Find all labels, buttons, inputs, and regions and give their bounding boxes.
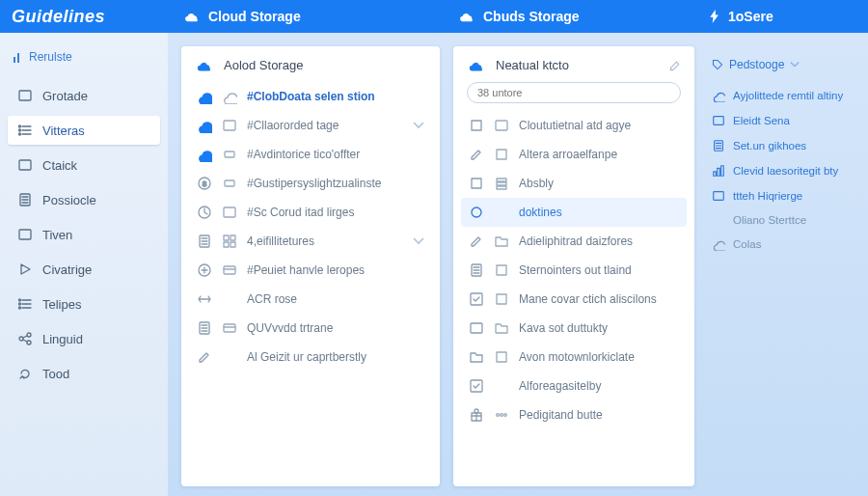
- sidebar-item-2[interactable]: Ctaick: [8, 151, 160, 179]
- list-icon: [17, 296, 33, 312]
- row-label: Avon motownlorkiclate: [519, 350, 679, 364]
- topbar-section-2-label: Cbuds Storage: [483, 9, 580, 24]
- sidebar-item-label: Telipes: [42, 297, 81, 312]
- doc-icon: [197, 320, 212, 336]
- tag-icon: [222, 176, 237, 191]
- stack-icon: [494, 176, 509, 191]
- square-icon: [494, 262, 509, 278]
- sidebar-item-label: Grotade: [42, 89, 88, 103]
- right-link-4[interactable]: ttteh Hiqrierge: [708, 183, 851, 208]
- check-icon: [469, 378, 484, 394]
- row-label: Alforeagasitelby: [519, 379, 679, 393]
- panel-a-row-3[interactable]: #Gustipersyslightzualinste: [195, 169, 426, 198]
- top-bar: Guidelines Cloud Storage Cbuds Storage 1…: [0, 0, 868, 33]
- left-nav-top-link[interactable]: Rerulste: [8, 46, 160, 81]
- panel-a-row-9[interactable]: Al Geizit ur caprtberstly: [195, 343, 426, 372]
- sidebar-item-label: Civatrige: [42, 262, 92, 277]
- loop-icon: [17, 366, 33, 381]
- right-link-label: Eleidt Sena: [733, 115, 790, 126]
- panel-b-row-7[interactable]: Kava sot duttukty: [467, 314, 681, 343]
- topbar-section-3[interactable]: 1oSere: [709, 9, 868, 24]
- right-link-2[interactable]: Set.un gikhoes: [708, 133, 851, 158]
- square-icon: [494, 291, 509, 307]
- sidebar-item-label: Possiocle: [42, 193, 96, 207]
- row-label: Altera arroaelfanpe: [519, 148, 679, 161]
- edit-icon: [197, 349, 212, 365]
- gift-icon: [469, 407, 484, 423]
- cloud-icon: [183, 10, 201, 23]
- dollar-icon: [197, 176, 212, 191]
- right-link-3[interactable]: Clevid laesoritegit bty: [708, 158, 851, 183]
- row-label: Mane covar ctich aliscilons: [519, 292, 679, 306]
- panel-b-row-2[interactable]: Absbly: [467, 169, 681, 198]
- panel-a-header: Aolod Storage: [195, 58, 426, 72]
- row-label: #Peuiet hanvle leropes: [247, 263, 424, 277]
- panel-b-row-0[interactable]: Cloututietnal atd agye: [467, 111, 681, 140]
- panel-b-row-8[interactable]: Avon motownlorkiclate: [467, 343, 681, 372]
- bolt-icon: [709, 10, 720, 23]
- panel-b-header: Neatual ktcto: [467, 58, 681, 72]
- topbar-section-3-label: 1oSere: [728, 9, 773, 24]
- panel-b-row-4[interactable]: Adieliphitrad daizfores: [467, 227, 681, 256]
- panel-a-row-1[interactable]: #Cllaororded tage: [195, 111, 426, 140]
- edit-icon[interactable]: [669, 60, 681, 71]
- panel-a-row-5[interactable]: 4,eifillitetures: [195, 227, 426, 256]
- right-link-label: Ayjolittede remtil altiny: [733, 90, 843, 101]
- panel-b-row-6[interactable]: Mane covar ctich aliscilons: [467, 285, 681, 314]
- sidebar-item-3[interactable]: Possiocle: [8, 185, 160, 214]
- panel-storage-b: Neatual ktcto Cloututietnal atd agyeAlte…: [453, 46, 694, 486]
- sidebar-item-5[interactable]: Civatrige: [8, 255, 160, 284]
- card-icon: [222, 262, 237, 278]
- doc-icon: [197, 234, 212, 249]
- play-icon: [17, 262, 33, 277]
- right-link-label: Oliano Sterttce: [733, 214, 806, 226]
- square-icon: [494, 349, 509, 365]
- panel-a-row-0[interactable]: #ClobDoata selen stion: [195, 82, 426, 111]
- sidebar-item-1[interactable]: Vitteras: [8, 116, 160, 145]
- row-label: Adieliphitrad daizfores: [519, 234, 679, 248]
- right-link-label: Set.un gikhoes: [733, 140, 806, 152]
- sidebar-item-4[interactable]: Tiven: [8, 220, 160, 249]
- right-link-6[interactable]: Colas: [708, 232, 851, 257]
- edit-icon: [469, 147, 484, 162]
- panel-a-row-6[interactable]: #Peuiet hanvle leropes: [195, 256, 426, 285]
- panel-b-row-9[interactable]: Alforeagasitelby: [467, 372, 681, 400]
- search-input[interactable]: [467, 82, 681, 103]
- right-link-0[interactable]: Ayjolittede remtil altiny: [708, 83, 851, 108]
- cloud-icon: [197, 89, 212, 104]
- panel-b-row-1[interactable]: Altera arroaelfanpe: [467, 140, 681, 169]
- row-label: #Gustipersyslightzualinste: [247, 177, 424, 190]
- tag-icon: [712, 59, 723, 70]
- sidebar-item-7[interactable]: Linguid: [8, 324, 160, 353]
- sidebar-item-0[interactable]: Grotade: [8, 81, 160, 110]
- row-label: Al Geizit ur caprtberstly: [247, 350, 424, 364]
- right-column-header[interactable]: Pedstooge: [708, 56, 851, 83]
- right-link-1[interactable]: Eleidt Sena: [708, 108, 851, 133]
- folder-icon: [494, 320, 509, 336]
- right-link-5[interactable]: Oliano Sterttce: [708, 208, 851, 232]
- panel-b-row-10[interactable]: Pedigitand butte: [467, 400, 681, 429]
- panel-a-row-7[interactable]: ACR rose: [195, 285, 426, 314]
- box-icon: [222, 118, 237, 133]
- cloud-icon: [467, 59, 486, 72]
- sidebar-item-8[interactable]: Tood: [8, 359, 160, 388]
- sidebar-item-6[interactable]: Telipes: [8, 289, 160, 318]
- topbar-section-1[interactable]: Cloud Storage: [183, 9, 458, 24]
- cloud-icon: [712, 89, 725, 102]
- panel-a-row-4[interactable]: #Sc Corud itad lirges: [195, 198, 426, 227]
- row-label: ACR rose: [247, 292, 424, 306]
- folder-icon: [494, 234, 509, 249]
- panel-a-title: Aolod Storage: [224, 58, 303, 72]
- doc-icon: [712, 139, 725, 152]
- panel-b-row-3[interactable]: doktines: [461, 198, 687, 227]
- right-link-label: Clevid laesoritegit bty: [733, 165, 838, 177]
- sidebar-item-label: Ctaick: [42, 158, 77, 173]
- panel-a-row-8[interactable]: QUVvvdd trtrane: [195, 314, 426, 343]
- topbar-section-2[interactable]: Cbuds Storage: [458, 9, 709, 24]
- right-link-label: ttteh Hiqrierge: [733, 190, 802, 202]
- topbar-section-1-label: Cloud Storage: [208, 9, 301, 24]
- panel-b-row-5[interactable]: Sternointers out tlaind: [467, 256, 681, 285]
- square-icon: [469, 118, 484, 133]
- panel-a-row-2[interactable]: #Avdintorice tico'offter: [195, 140, 426, 169]
- box-icon: [17, 157, 33, 173]
